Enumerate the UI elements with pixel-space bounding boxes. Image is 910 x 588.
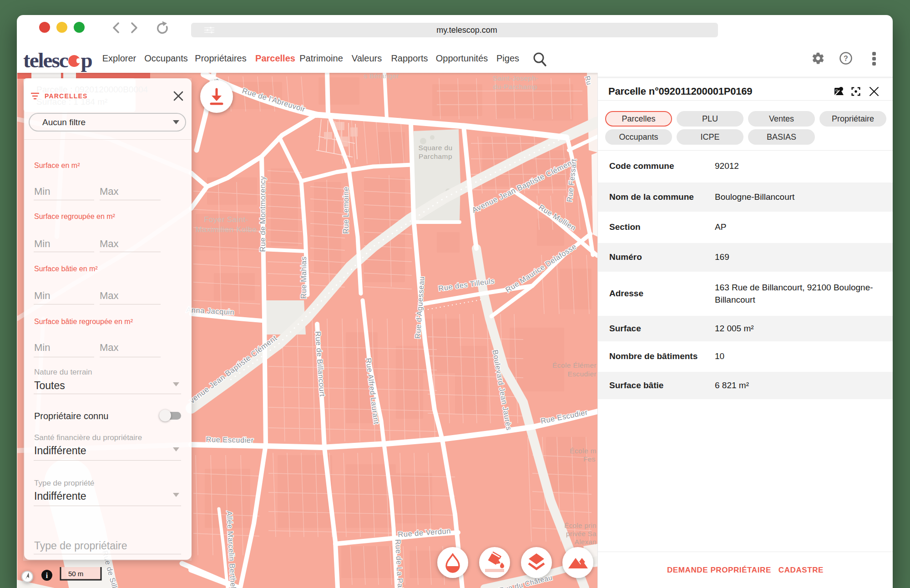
svg-text:Rue de Montmorency: Rue de Montmorency bbox=[258, 176, 267, 252]
svg-text:École Élémer: École Élémer bbox=[552, 361, 597, 369]
svg-text:Rue Escudier: Rue Escudier bbox=[206, 435, 253, 444]
svg-text:privée Sa: privée Sa bbox=[566, 530, 597, 537]
svg-text:Escudier: Escudier bbox=[567, 370, 597, 378]
svg-text:50 m: 50 m bbox=[68, 570, 83, 578]
svg-text:Maximilien Kolbe: Maximilien Kolbe bbox=[196, 225, 257, 234]
svg-text:Fes: Fes bbox=[583, 455, 596, 463]
svg-text:Rue Lemoine: Rue Lemoine bbox=[342, 187, 350, 234]
svg-text:Foyer Saint-: Foyer Saint- bbox=[204, 215, 248, 224]
svg-text:G: G bbox=[835, 88, 838, 92]
svg-text:?: ? bbox=[844, 55, 848, 62]
svg-text:i: i bbox=[46, 572, 48, 579]
svg-text:École prin: École prin bbox=[564, 522, 597, 529]
svg-text:Square du: Square du bbox=[418, 144, 452, 152]
svg-text:du-Parchamp: du-Parchamp bbox=[493, 83, 537, 91]
svg-text:École m: École m bbox=[570, 447, 597, 455]
svg-text:Parchamp: Parchamp bbox=[419, 152, 452, 160]
svg-text:Alexan: Alexan bbox=[575, 538, 597, 546]
svg-text:Rue Mahias: Rue Mahias bbox=[299, 256, 308, 299]
